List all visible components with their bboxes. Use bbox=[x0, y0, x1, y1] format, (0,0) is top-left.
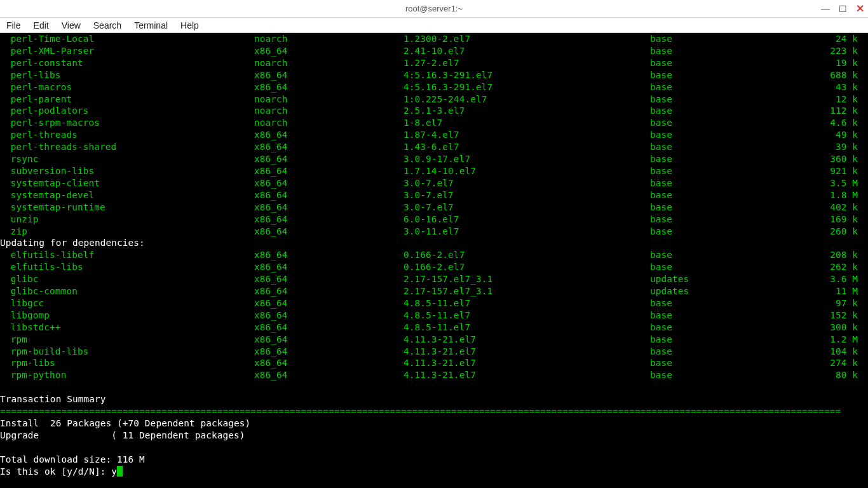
window-title: root@server1:~ bbox=[405, 4, 463, 13]
package-row: libstdc++x86_644.8.5-11.el7base300 k bbox=[0, 322, 868, 334]
pkg-ver: 1.27-2.el7 bbox=[403, 57, 650, 69]
pkg-repo: base bbox=[650, 249, 809, 261]
menu-help[interactable]: Help bbox=[180, 20, 199, 30]
pkg-name: elfutils-libs bbox=[0, 261, 254, 273]
package-row: perl-srpm-macrosnoarch1-8.el7base4.6 k bbox=[0, 117, 868, 129]
menu-file[interactable]: File bbox=[6, 20, 21, 30]
pkg-arch: x86_64 bbox=[254, 273, 403, 285]
pkg-size: 3.6 M bbox=[809, 273, 863, 285]
pkg-size: 169 k bbox=[809, 214, 863, 226]
pkg-ver: 4.11.3-21.el7 bbox=[403, 346, 650, 358]
pkg-repo: base bbox=[650, 165, 809, 177]
pkg-ver: 3.0.9-17.el7 bbox=[403, 153, 650, 165]
package-row: rpm-pythonx86_644.11.3-21.el7base80 k bbox=[0, 369, 868, 381]
pkg-name: rpm-libs bbox=[0, 357, 254, 369]
pkg-name: perl-srpm-macros bbox=[0, 117, 254, 129]
pkg-repo: base bbox=[650, 346, 809, 358]
pkg-size: 39 k bbox=[809, 141, 863, 153]
pkg-arch: x86_64 bbox=[254, 346, 403, 358]
pkg-arch: x86_64 bbox=[254, 69, 403, 81]
pkg-ver: 0.166-2.el7 bbox=[403, 249, 650, 261]
package-row: elfutils-libelfx86_640.166-2.el7base208 … bbox=[0, 249, 868, 261]
menu-terminal[interactable]: Terminal bbox=[134, 20, 168, 30]
upgrade-line: Upgrade ( 11 Dependent packages) bbox=[0, 430, 868, 442]
pkg-size: 688 k bbox=[809, 69, 863, 81]
pkg-size: 19 k bbox=[809, 57, 863, 69]
pkg-ver: 4.11.3-21.el7 bbox=[403, 334, 650, 346]
package-row: libgccx86_644.8.5-11.el7base97 k bbox=[0, 297, 868, 309]
menu-edit[interactable]: Edit bbox=[34, 20, 49, 30]
menubar: File Edit View Search Terminal Help bbox=[0, 18, 868, 33]
package-row: elfutils-libsx86_640.166-2.el7base262 k bbox=[0, 261, 868, 273]
pkg-name: perl-XML-Parser bbox=[0, 45, 254, 57]
pkg-repo: base bbox=[650, 33, 809, 45]
pkg-arch: x86_64 bbox=[254, 165, 403, 177]
package-row: rpm-libsx86_644.11.3-21.el7base274 k bbox=[0, 357, 868, 369]
pkg-name: perl-macros bbox=[0, 81, 254, 93]
package-row: perl-libsx86_644:5.16.3-291.el7base688 k bbox=[0, 69, 868, 81]
pkg-ver: 1.2300-2.el7 bbox=[403, 33, 650, 45]
package-row: perl-parentnoarch1:0.225-244.el7base12 k bbox=[0, 93, 868, 105]
close-icon[interactable]: ✕ bbox=[856, 4, 864, 14]
pkg-ver: 4.8.5-11.el7 bbox=[403, 322, 650, 334]
pkg-name: unzip bbox=[0, 214, 254, 226]
pkg-ver: 4.11.3-21.el7 bbox=[403, 369, 650, 381]
pkg-repo: base bbox=[650, 334, 809, 346]
package-row: perl-macrosx86_644:5.16.3-291.el7base43 … bbox=[0, 81, 868, 93]
pkg-repo: base bbox=[650, 261, 809, 273]
package-row: rpm-build-libsx86_644.11.3-21.el7base104… bbox=[0, 346, 868, 358]
pkg-arch: x86_64 bbox=[254, 45, 403, 57]
pkg-arch: x86_64 bbox=[254, 189, 403, 201]
pkg-arch: x86_64 bbox=[254, 249, 403, 261]
pkg-arch: x86_64 bbox=[254, 309, 403, 322]
pkg-ver: 4.11.3-21.el7 bbox=[403, 357, 650, 369]
pkg-repo: base bbox=[650, 189, 809, 201]
pkg-size: 80 k bbox=[809, 369, 863, 381]
pkg-size: 260 k bbox=[809, 226, 863, 238]
pkg-name: perl-constant bbox=[0, 57, 254, 69]
pkg-arch: x86_64 bbox=[254, 369, 403, 381]
pkg-ver: 2.17-157.el7_3.1 bbox=[403, 273, 650, 285]
divider-line: ========================================… bbox=[0, 405, 868, 417]
pkg-name: systemtap-client bbox=[0, 177, 254, 189]
package-row: perl-XML-Parserx86_642.41-10.el7base223 … bbox=[0, 45, 868, 57]
pkg-size: 223 k bbox=[809, 45, 863, 57]
pkg-ver: 1.7.14-10.el7 bbox=[403, 165, 650, 177]
package-row: libgompx86_644.8.5-11.el7base152 k bbox=[0, 309, 868, 322]
pkg-arch: x86_64 bbox=[254, 357, 403, 369]
pkg-repo: base bbox=[650, 69, 809, 81]
prompt-input[interactable]: y bbox=[111, 466, 117, 477]
pkg-repo: base bbox=[650, 309, 809, 322]
pkg-ver: 0.166-2.el7 bbox=[403, 261, 650, 273]
minimize-icon[interactable]: — bbox=[821, 4, 830, 13]
menu-search[interactable]: Search bbox=[93, 20, 121, 30]
pkg-repo: base bbox=[650, 369, 809, 381]
pkg-repo: base bbox=[650, 81, 809, 93]
pkg-arch: noarch bbox=[254, 117, 403, 129]
window-controls: — ☐ ✕ bbox=[821, 0, 864, 18]
pkg-size: 12 k bbox=[809, 93, 863, 105]
pkg-size: 3.5 M bbox=[809, 177, 863, 189]
pkg-name: zip bbox=[0, 226, 254, 238]
pkg-size: 274 k bbox=[809, 357, 863, 369]
maximize-icon[interactable]: ☐ bbox=[839, 4, 847, 13]
prompt-text: Is this ok [y/d/N]: bbox=[0, 466, 111, 477]
pkg-repo: base bbox=[650, 45, 809, 57]
pkg-name: rsync bbox=[0, 153, 254, 165]
pkg-ver: 6.0-16.el7 bbox=[403, 214, 650, 226]
pkg-name: perl-podlators bbox=[0, 105, 254, 117]
confirm-prompt[interactable]: Is this ok [y/d/N]: y bbox=[0, 466, 868, 478]
pkg-size: 152 k bbox=[809, 309, 863, 322]
package-row: perl-constantnoarch1.27-2.el7base19 k bbox=[0, 57, 868, 69]
terminal-output[interactable]: perl-Time-Localnoarch1.2300-2.el7base24 … bbox=[0, 33, 868, 488]
menu-view[interactable]: View bbox=[62, 20, 81, 30]
pkg-name: perl-parent bbox=[0, 93, 254, 105]
package-row: rpmx86_644.11.3-21.el7base1.2 M bbox=[0, 334, 868, 346]
pkg-size: 1.8 M bbox=[809, 189, 863, 201]
pkg-size: 11 M bbox=[809, 285, 863, 297]
pkg-arch: noarch bbox=[254, 105, 403, 117]
pkg-ver: 3.0-11.el7 bbox=[403, 226, 650, 238]
pkg-repo: base bbox=[650, 105, 809, 117]
pkg-size: 300 k bbox=[809, 322, 863, 334]
pkg-name: rpm-build-libs bbox=[0, 346, 254, 358]
